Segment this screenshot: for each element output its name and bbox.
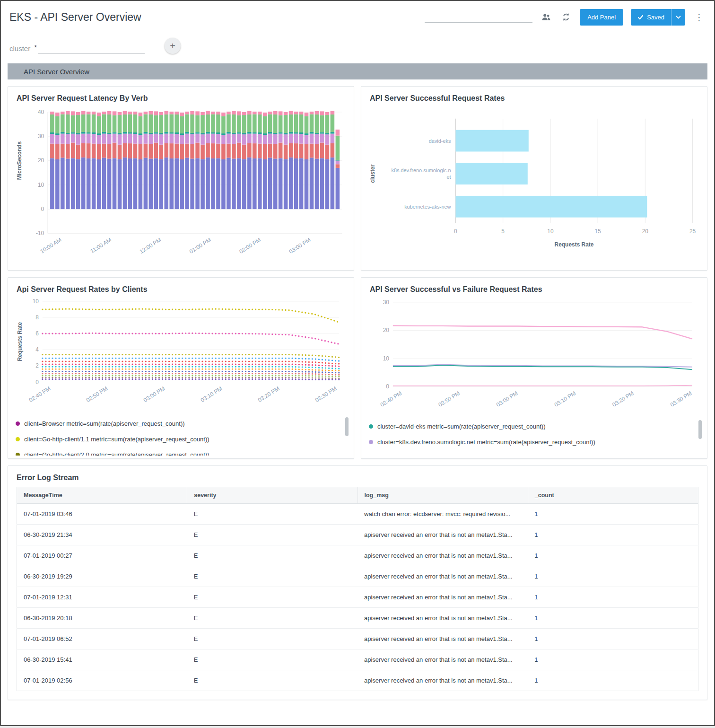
required-asterisk: * [34, 43, 37, 54]
legend-item[interactable]: client=Go-http-client/2.0 metric=sum(rat… [16, 447, 342, 456]
svg-text:et: et [446, 174, 451, 180]
svg-text:03:00 PM: 03:00 PM [495, 390, 519, 408]
svg-text:0: 0 [35, 379, 39, 386]
svg-text:02:40 PM: 02:40 PM [28, 385, 52, 403]
table-cell: 1 [528, 629, 698, 649]
legend-item[interactable]: client=Go-http-client/1.1 metric=sum(rat… [16, 431, 342, 447]
panel-title: API Server Request Latency By Verb [8, 87, 354, 105]
column-header-messagetime[interactable]: MessageTime [17, 487, 187, 504]
panel-title: API Server Successful Request Rates [361, 87, 707, 105]
table-row[interactable]: 06-30-2019 19:29Eapiserver received an e… [17, 566, 698, 587]
refresh-button[interactable] [560, 11, 572, 23]
legend-item[interactable]: cluster=david-eks metric=sum(rate(apiser… [369, 419, 696, 434]
table-row[interactable]: 07-01-2019 12:31Eapiserver received an e… [17, 587, 698, 608]
header-actions: Add Panel Saved ⋮ [425, 9, 706, 26]
latency-by-verb-chart[interactable]: -1001020304010:00 AM11:00 AM12:00 PM01:0… [8, 105, 354, 270]
cluster-filter-label: cluster [9, 44, 30, 54]
chevron-down-icon [676, 16, 681, 19]
svg-text:k8s.dev.freno.sumologic.n: k8s.dev.freno.sumologic.n [391, 167, 451, 173]
table-row[interactable]: 07-01-2019 03:46Ewatch chan error: etcds… [17, 504, 698, 525]
table-cell: E [187, 545, 358, 566]
table-cell: apiserver received an error that is not … [358, 629, 528, 649]
svg-text:david-eks: david-eks [429, 138, 451, 144]
successful-request-rates-chart[interactable]: 0510152025david-eksk8s.dev.freno.sumolog… [361, 105, 707, 270]
svg-text:02:00 PM: 02:00 PM [238, 237, 262, 255]
error-log-table-wrap: MessageTimeseveritylog_msg_count 07-01-2… [8, 485, 707, 700]
svg-text:03:00 PM: 03:00 PM [142, 385, 166, 403]
table-row[interactable]: 07-01-2019 00:27Eapiserver received an e… [17, 545, 698, 566]
saved-split-button: Saved [631, 9, 685, 26]
svg-text:10:00 AM: 10:00 AM [39, 237, 62, 255]
legend-item[interactable]: client=Browser metric=sum(rate(apiserver… [16, 416, 342, 431]
cluster-filter-input[interactable] [38, 44, 145, 54]
table-row[interactable]: 07-01-2019 06:52Eapiserver received an e… [17, 629, 698, 649]
users-icon [541, 12, 551, 22]
filter-bar: cluster * + [1, 33, 714, 63]
more-options-button[interactable]: ⋮ [693, 11, 706, 24]
svg-text:10: 10 [547, 228, 554, 235]
table-row[interactable]: 07-01-2019 02:56Eapiserver received an e… [17, 670, 698, 691]
panels-grid: API Server Request Latency By Verb -1001… [1, 79, 714, 707]
column-header-severity[interactable]: severity [187, 487, 358, 504]
dashboard-header: EKS - API Server Overview [1, 1, 714, 33]
section-header: API Server Overview [8, 63, 707, 79]
header-search-input[interactable] [425, 11, 532, 23]
legend-scrollbar[interactable] [345, 417, 349, 436]
panel-successful-request-rates: API Server Successful Request Rates 0510… [361, 86, 707, 271]
table-cell: apiserver received an error that is not … [358, 649, 528, 670]
panel-title: Api Server Request Rates by Clients [8, 278, 354, 297]
svf-chart-legend: cluster=david-eks metric=sum(rate(apiser… [369, 419, 703, 453]
svg-text:kubernetes-aks-new: kubernetes-aks-new [404, 204, 451, 210]
svg-text:-10: -10 [36, 230, 44, 237]
table-row[interactable]: 06-30-2019 15:41Eapiserver received an e… [17, 649, 698, 670]
table-cell: 06-30-2019 15:41 [17, 649, 187, 670]
svg-text:cluster: cluster [369, 164, 376, 183]
saved-dropdown-button[interactable] [671, 9, 685, 26]
saved-button[interactable]: Saved [631, 9, 671, 26]
table-cell: 06-30-2019 20:18 [17, 608, 187, 629]
svg-text:8: 8 [35, 314, 39, 321]
svg-text:4: 4 [35, 346, 39, 353]
success-vs-failure-chart[interactable]: 010203002:40 PM02:50 PM03:00 PM03:10 PM0… [361, 297, 707, 418]
panel-request-rates-by-clients: Api Server Request Rates by Clients 0246… [8, 277, 354, 459]
panel-error-log-stream: Error Log Stream MessageTimeseveritylog_… [8, 465, 707, 700]
table-cell: 1 [528, 545, 698, 566]
legend-dot [369, 424, 373, 429]
legend-label: client=Go-http-client/1.1 metric=sum(rat… [24, 436, 209, 443]
table-cell: apiserver received an error that is not … [358, 670, 528, 691]
column-header-count[interactable]: _count [528, 487, 698, 504]
panel-title: Error Log Stream [8, 466, 707, 485]
add-filter-button[interactable]: + [165, 38, 181, 54]
section-title: API Server Overview [24, 68, 89, 76]
table-row[interactable]: 06-30-2019 21:34Eapiserver received an e… [17, 525, 698, 545]
legend-label: client=Go-http-client/2.0 metric=sum(rat… [24, 451, 209, 456]
svg-text:30: 30 [383, 299, 390, 306]
legend-dot [16, 421, 20, 426]
request-rates-by-clients-chart[interactable]: 024681002:40 PM02:50 PM03:00 PM03:10 PM0… [8, 297, 354, 415]
table-cell: apiserver received an error that is not … [358, 608, 528, 629]
legend-item[interactable]: cluster=k8s.dev.freno.sumologic.net metr… [369, 434, 696, 450]
error-log-table: MessageTimeseveritylog_msg_count 07-01-2… [17, 487, 698, 691]
panel-success-vs-failure: API Server Successful vs Failure Request… [361, 277, 707, 459]
saved-label: Saved [647, 14, 664, 21]
legend-scrollbar[interactable] [698, 420, 702, 439]
svg-text:01:00 PM: 01:00 PM [188, 237, 212, 255]
table-cell: 06-30-2019 21:34 [17, 525, 187, 545]
table-cell: E [187, 629, 358, 649]
add-panel-button[interactable]: Add Panel [580, 9, 623, 26]
svg-text:03:30 PM: 03:30 PM [669, 390, 693, 408]
table-row[interactable]: 06-30-2019 20:18Eapiserver received an e… [17, 608, 698, 629]
table-cell: 1 [528, 525, 698, 545]
svg-text:02:50 PM: 02:50 PM [85, 385, 109, 403]
svg-text:20: 20 [642, 228, 649, 235]
share-users-button[interactable] [540, 11, 552, 23]
svg-text:10: 10 [33, 298, 39, 305]
svg-text:11:00 AM: 11:00 AM [89, 237, 113, 254]
column-header-log_msg[interactable]: log_msg [358, 487, 528, 504]
legend-dot [16, 437, 20, 441]
svg-text:03:00 PM: 03:00 PM [288, 237, 312, 255]
table-cell: E [187, 670, 358, 691]
svg-text:10: 10 [38, 182, 44, 188]
table-cell: 06-30-2019 19:29 [17, 566, 187, 587]
table-cell: apiserver received an error that is not … [358, 587, 528, 608]
